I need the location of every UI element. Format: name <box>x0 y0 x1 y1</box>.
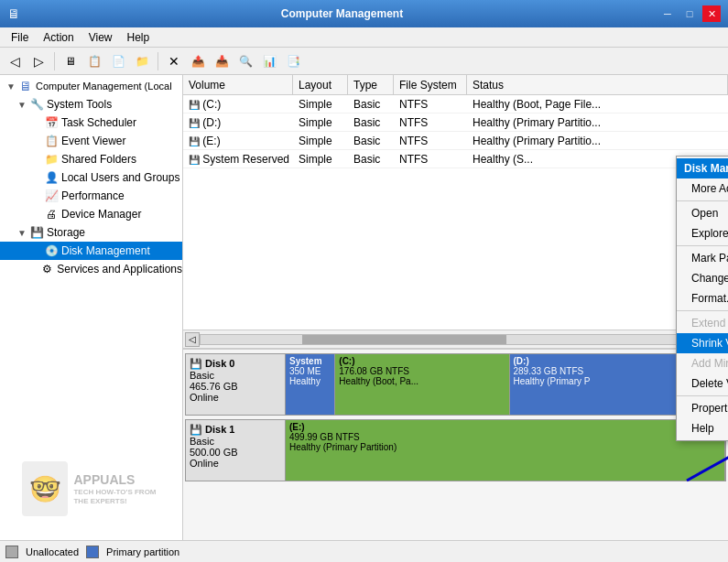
ctx-add-mirror: Add Mirror... <box>677 353 728 373</box>
ctx-sep-2 <box>677 310 728 311</box>
table-row[interactable]: 💾 (D:) Simple Basic NTFS Healthy (Primar… <box>183 113 728 132</box>
toolbar-btn-7[interactable]: 🔍 <box>234 50 256 72</box>
tree-task-scheduler-label: Task Scheduler <box>61 116 136 129</box>
ctx-sep-1 <box>677 245 728 246</box>
menu-bar: File Action View Help <box>0 27 728 48</box>
tree-services-label: Services and Applications <box>57 263 182 276</box>
toolbar-btn-9[interactable]: 📑 <box>282 50 304 72</box>
tree-task-scheduler[interactable]: 📅 Task Scheduler <box>0 113 182 132</box>
table-row[interactable]: 💾 System Reserved Simple Basic NTFS Heal… <box>183 150 728 168</box>
app-icon: 🖥 <box>7 6 20 21</box>
toolbar-btn-2[interactable]: 📋 <box>83 50 105 72</box>
tree-device-manager[interactable]: 🖨 Device Manager <box>0 205 182 223</box>
tree-device-manager-label: Device Manager <box>61 208 141 221</box>
ctx-help[interactable]: Help <box>677 418 728 438</box>
ctx-properties[interactable]: Properties <box>677 398 728 418</box>
forward-button[interactable]: ▷ <box>27 50 49 72</box>
ctx-mark-active[interactable]: Mark Partition as Active <box>677 248 728 268</box>
disk-1-info: 💾 Disk 1 Basic 500.00 GB Online <box>185 419 286 481</box>
tree-panel: ▼ 🖥 Computer Management (Local ▼ 🔧 Syste… <box>0 75 183 540</box>
minimize-button[interactable]: ─ <box>658 5 677 22</box>
storage-icon: 💾 <box>29 225 44 240</box>
toolbar-btn-5[interactable]: 📤 <box>187 50 209 72</box>
disk-part-system[interactable]: System 350 ME Healthy <box>286 354 335 415</box>
ctx-open[interactable]: Open <box>677 203 728 223</box>
tree-local-users[interactable]: 👤 Local Users and Groups <box>0 168 182 187</box>
tree-expand-storage[interactable]: ▼ <box>15 228 29 238</box>
menu-action[interactable]: Action <box>36 29 81 46</box>
toolbar-delete[interactable]: ✕ <box>163 50 185 72</box>
menu-help[interactable]: Help <box>120 29 158 46</box>
menu-file[interactable]: File <box>4 29 36 46</box>
tree-event-viewer[interactable]: 📋 Event Viewer <box>0 132 182 150</box>
back-button[interactable]: ◁ <box>4 50 26 72</box>
list-header: Volume Layout Type File System Status <box>183 75 728 95</box>
ctx-change-letter[interactable]: Change Drive Letter and Paths... <box>677 268 728 288</box>
tree-storage-label: Storage <box>47 226 85 239</box>
tree-event-viewer-label: Event Viewer <box>61 135 125 147</box>
right-panel: Volume Layout Type File System Status 💾 … <box>183 75 728 540</box>
col-volume[interactable]: Volume <box>183 75 293 94</box>
horizontal-scrollbar[interactable]: ◁ ▷ <box>183 330 728 348</box>
disk-view: 💾 Disk 0 Basic 465.76 GB Online System 3… <box>183 348 728 540</box>
scroll-thumb[interactable] <box>302 335 506 344</box>
tree-disk-management[interactable]: 💿 Disk Management <box>0 242 182 260</box>
ctx-more-actions[interactable]: More Actions ▶ <box>677 178 728 199</box>
col-status[interactable]: Status <box>467 75 728 94</box>
ctx-more-actions-label: More Actions <box>691 182 728 195</box>
watermark: 🤓 APPUALS TECH HOW-TO'S FROMTHE EXPERTS! <box>0 443 179 535</box>
table-row[interactable]: 💾 (C:) Simple Basic NTFS Healthy (Boot, … <box>183 95 728 113</box>
ctx-explore[interactable]: Explore <box>677 223 728 243</box>
disk-management-icon: 💿 <box>44 243 59 258</box>
disk-0-info: 💾 Disk 0 Basic 465.76 GB Online <box>185 353 286 416</box>
legend-unalloc-box <box>5 546 18 558</box>
toolbar-btn-6[interactable]: 📥 <box>211 50 233 72</box>
toolbar-btn-8[interactable]: 📊 <box>258 50 280 72</box>
disk-icon-d: 💾 <box>189 118 200 128</box>
tree-expand-system[interactable]: ▼ <box>15 100 29 110</box>
disk-1-row: 💾 Disk 1 Basic 500.00 GB Online (E:) 499… <box>185 419 726 481</box>
tree-shared-folders[interactable]: 📁 Shared Folders <box>0 150 182 168</box>
ctx-format[interactable]: Format... <box>677 288 728 308</box>
tree-services[interactable]: ⚙ Services and Applications <box>0 260 182 278</box>
table-row[interactable]: 💾 (E:) Simple Basic NTFS Healthy (Primar… <box>183 132 728 150</box>
computer-icon: 🖥 <box>18 79 33 93</box>
disk-part-e[interactable]: (E:) 499.99 GB NTFS Healthy (Primary Par… <box>286 420 725 481</box>
tree-root[interactable]: ▼ 🖥 Computer Management (Local <box>0 77 182 95</box>
device-manager-icon: 🖨 <box>44 207 59 222</box>
scroll-left-button[interactable]: ◁ <box>185 332 200 347</box>
disk-0-partitions: System 350 ME Healthy (C:) 176.08 GB NTF… <box>286 353 726 416</box>
col-type[interactable]: Type <box>348 75 394 94</box>
tree-performance[interactable]: 📈 Performance <box>0 187 182 205</box>
col-fs[interactable]: File System <box>394 75 467 94</box>
main-area: ▼ 🖥 Computer Management (Local ▼ 🔧 Syste… <box>0 75 728 540</box>
col-layout[interactable]: Layout <box>293 75 348 94</box>
tree-performance-label: Performance <box>61 189 125 202</box>
event-viewer-icon: 📋 <box>44 134 59 148</box>
context-menu-header: Disk Management ▲ <box>677 158 728 178</box>
title-bar-controls: ─ □ ✕ <box>658 5 721 22</box>
status-legend: Unallocated Primary partition <box>5 546 179 558</box>
disk-0-row: 💾 Disk 0 Basic 465.76 GB Online System 3… <box>185 353 726 416</box>
tree-expand-root[interactable]: ▼ <box>4 81 18 92</box>
toolbar-sep-1 <box>54 52 55 70</box>
tree-disk-management-label: Disk Management <box>61 244 150 257</box>
ctx-sep-3 <box>677 395 728 396</box>
shared-folders-icon: 📁 <box>44 152 59 167</box>
tree-root-label: Computer Management (Local <box>36 81 172 92</box>
disk-part-c[interactable]: (C:) 176.08 GB NTFS Healthy (Boot, Pa... <box>335 354 509 415</box>
ctx-shrink[interactable]: Shrink Volume... <box>677 333 728 353</box>
close-button[interactable]: ✕ <box>702 5 721 22</box>
maximize-button[interactable]: □ <box>680 5 699 22</box>
menu-view[interactable]: View <box>81 29 120 46</box>
toolbar-btn-1[interactable]: 🖥 <box>60 50 81 72</box>
title-bar: 🖥 Computer Management ─ □ ✕ <box>0 0 728 27</box>
toolbar-btn-4[interactable]: 📁 <box>131 50 153 72</box>
scroll-track[interactable] <box>200 334 712 345</box>
tree-system-tools[interactable]: ▼ 🔧 System Tools <box>0 95 182 113</box>
toolbar-btn-3[interactable]: 📄 <box>107 50 129 72</box>
ctx-delete-volume[interactable]: Delete Volume... <box>677 373 728 394</box>
ctx-header-title: Disk Management <box>684 162 728 175</box>
tree-storage[interactable]: ▼ 💾 Storage <box>0 223 182 242</box>
local-users-icon: 👤 <box>44 170 59 185</box>
